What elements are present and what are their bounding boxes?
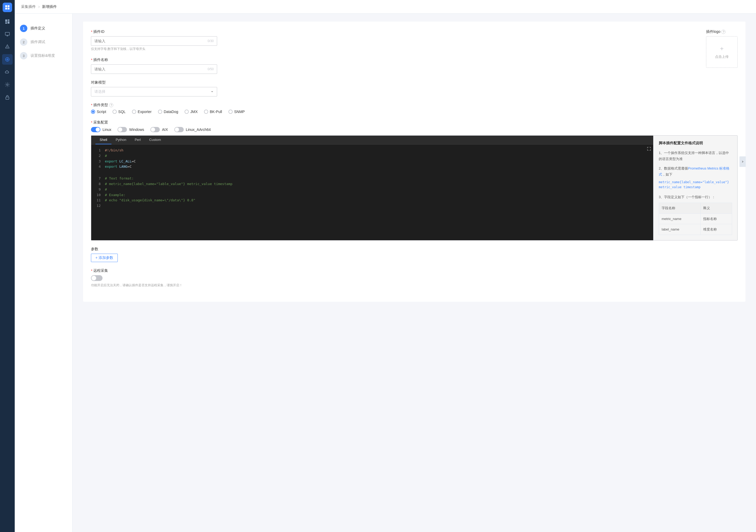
radio-sql[interactable]: SQL: [113, 110, 126, 114]
remote-collect-row: * 远程采集 功能开启后无法关闭，请确认插件是否支持远程采集，谨慎开启！: [91, 268, 738, 287]
sidebar-item-cloud[interactable]: [2, 67, 13, 77]
code-tab-custom[interactable]: Custom: [145, 136, 165, 144]
radio-sql-circle: [113, 110, 117, 114]
step-1-label: 插件定义: [31, 26, 45, 31]
code-line-3: 3 export LC_ALL=C: [95, 159, 649, 164]
plugin-id-hint: 仅支持字母,数字和下划线，以字母开头: [91, 47, 738, 51]
fullscreen-icon[interactable]: [647, 147, 651, 152]
plugin-id-input[interactable]: 0/30: [91, 36, 217, 46]
object-model-label: 对象模型: [91, 80, 738, 85]
linux-tab-label: Linux: [102, 127, 111, 132]
sidebar-item-tools[interactable]: [2, 79, 13, 90]
step-1[interactable]: 1 插件定义: [20, 21, 67, 35]
plugin-name-input[interactable]: 0/50: [91, 65, 217, 74]
breadcrumb-parent[interactable]: 采集插件: [21, 5, 36, 9]
object-model-select[interactable]: 请选择: [91, 87, 217, 96]
remote-collect-knob: [92, 276, 96, 280]
params-row: 参数 + 添加参数: [91, 247, 738, 262]
code-line-1: 1 #!/bin/sh: [95, 148, 649, 153]
plugin-type-question-icon[interactable]: ?: [109, 103, 113, 107]
plugin-name-row: * 插件名称 0/50: [91, 58, 738, 74]
svg-rect-6: [5, 22, 7, 24]
breadcrumb-separator: >: [38, 5, 40, 9]
collect-config-label: * 采集配置: [91, 120, 738, 125]
os-tab-windows: Windows: [118, 127, 144, 132]
os-tab-linux-aarch64: Linux_AArch64: [174, 127, 211, 132]
object-model-placeholder: 请选择: [94, 89, 105, 94]
plugin-name-count: 0/50: [208, 67, 214, 71]
step-2[interactable]: 2 插件调试: [20, 35, 67, 49]
sidebar-item-dashboard[interactable]: [2, 16, 13, 27]
radio-script[interactable]: Script: [91, 110, 106, 114]
breadcrumb-current: 新增插件: [42, 5, 57, 9]
logo-upload-area[interactable]: + 点击上传: [706, 36, 738, 68]
code-content[interactable]: 1 #!/bin/sh 2 # 3: [91, 145, 653, 212]
upload-label: 点击上传: [715, 54, 729, 59]
code-line-12: 12: [95, 203, 649, 209]
linux-aarch64-tab-label: Linux_AArch64: [186, 127, 211, 132]
form-area: 插件logo ? + 点击上传 * 插件ID: [72, 14, 756, 532]
header-breadcrumb: 采集插件 > 新增插件: [15, 0, 756, 14]
radio-script-circle: [91, 110, 95, 114]
plugin-id-count: 0/30: [208, 39, 214, 43]
help-table: 字段名称 释义 metric_name 指标名称: [659, 203, 732, 235]
main-content: 采集插件 > 新增插件 1 插件定义 2 插件调试 3 设置指标&维度: [15, 0, 756, 532]
radio-bkpull-circle: [204, 110, 208, 114]
help-table-cell-label-desc: 维度名称: [701, 224, 732, 235]
radio-exporter[interactable]: Exporter: [132, 110, 152, 114]
code-tab-shell[interactable]: Shell: [95, 136, 111, 144]
radio-jmx[interactable]: JMX: [184, 110, 198, 114]
help-table-header-desc: 释义: [701, 203, 732, 213]
sidebar-item-monitor[interactable]: [2, 29, 13, 40]
add-param-label: + 添加参数: [95, 255, 113, 260]
step-1-circle: 1: [20, 25, 27, 32]
plugin-name-field[interactable]: [94, 67, 208, 71]
remote-collect-toggle[interactable]: [91, 275, 102, 281]
sidebar-item-alert[interactable]: [2, 41, 13, 52]
steps-panel: 1 插件定义 2 插件调试 3 设置指标&维度: [15, 14, 72, 532]
aix-tab-label: AIX: [162, 127, 168, 132]
help-table-row-label: label_name 维度名称: [659, 224, 732, 235]
step-3[interactable]: 3 设置指标&维度: [20, 49, 67, 63]
radio-bkpull[interactable]: BK-Pull: [204, 110, 222, 114]
radio-snmp-circle: [229, 110, 233, 114]
object-model-row: 对象模型 请选择: [91, 80, 738, 96]
code-tab-perl[interactable]: Perl: [130, 136, 145, 144]
windows-toggle[interactable]: [118, 127, 127, 132]
os-tabs: Linux Windows: [91, 127, 738, 132]
app-logo[interactable]: [3, 3, 12, 12]
linux-toggle[interactable]: [91, 127, 100, 132]
radio-datadog[interactable]: DataDog: [158, 110, 178, 114]
content-area: 1 插件定义 2 插件调试 3 设置指标&维度: [15, 14, 756, 532]
code-container: Shell Python Perl Custom 1: [91, 135, 738, 241]
plugin-id-field[interactable]: [94, 39, 208, 43]
plugin-id-row: * 插件ID 0/30 仅支持字母,数字和下划线，以字母开头: [91, 29, 738, 51]
svg-rect-3: [8, 8, 10, 10]
params-label: 参数: [91, 247, 738, 252]
plugin-id-label: * 插件ID: [91, 29, 738, 34]
add-param-button[interactable]: + 添加参数: [91, 253, 118, 262]
code-line-4: 4 export LANG=C: [95, 164, 649, 170]
svg-rect-4: [5, 19, 7, 22]
svg-rect-7: [8, 21, 10, 24]
help-example-code: metric_name{label_name="lable_value"} me…: [659, 180, 732, 190]
svg-point-12: [7, 47, 8, 48]
aix-toggle[interactable]: [150, 127, 160, 132]
radio-snmp[interactable]: SNMP: [229, 110, 245, 114]
code-tab-python[interactable]: Python: [111, 136, 130, 144]
radio-jmx-circle: [184, 110, 189, 114]
logo-question-icon[interactable]: ?: [721, 30, 725, 34]
svg-rect-8: [5, 32, 10, 35]
linux-aarch64-toggle[interactable]: [174, 127, 184, 132]
sidebar-item-lock[interactable]: [2, 92, 13, 102]
remote-collect-toggle-row: [91, 275, 738, 281]
plugin-type-radio-group: Script SQL Exporter: [91, 110, 738, 114]
code-line-2: 2 #: [95, 153, 649, 159]
radio-exporter-circle: [132, 110, 136, 114]
editor-toolbar: [647, 147, 651, 152]
code-tabs: Shell Python Perl Custom: [91, 136, 653, 145]
sidebar-item-collect[interactable]: [2, 54, 13, 65]
code-line-9: 9 #: [95, 187, 649, 192]
help-table-header-field: 字段名称: [659, 203, 701, 213]
radio-datadog-circle: [158, 110, 162, 114]
